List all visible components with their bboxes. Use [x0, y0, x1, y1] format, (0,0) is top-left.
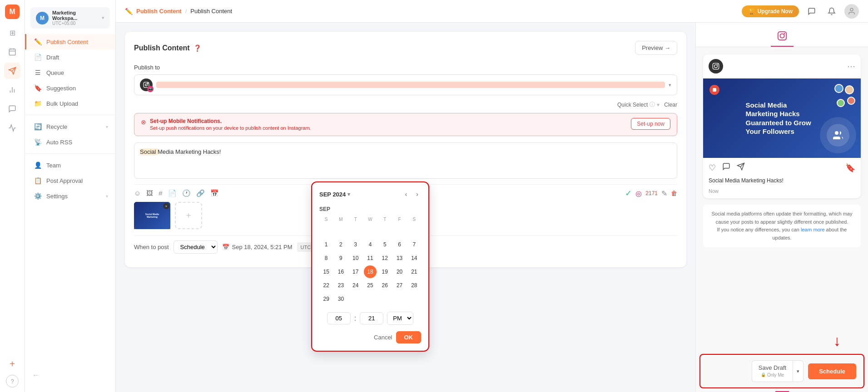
nav-item-suggestion[interactable]: 🔖 Suggestion: [25, 80, 115, 96]
cal-day-11[interactable]: 11: [364, 252, 377, 265]
preview-button[interactable]: Preview →: [635, 41, 677, 55]
nav-label-bulk-upload: Bulk Upload: [46, 100, 78, 107]
time-hour-input[interactable]: [327, 312, 351, 324]
ig-bookmark-icon[interactable]: 🔖: [845, 163, 855, 173]
nav-item-publish-content[interactable]: ✏️ Publish Content: [25, 34, 115, 49]
post-content-area[interactable]: Social Media Marketing Hacks!: [134, 142, 677, 179]
ig-more-icon[interactable]: ⋯: [847, 61, 855, 71]
preview-tab-instagram[interactable]: [771, 27, 794, 47]
toolbar-right: ✓ ◎ 2171 ✎ 🗑: [625, 188, 677, 198]
cal-day-4[interactable]: 4: [364, 238, 377, 251]
sidebar-item-home[interactable]: ⊞: [4, 24, 20, 41]
nav-item-recycle[interactable]: 🔄 Recycle ▾: [25, 119, 115, 134]
sidebar-item-reports[interactable]: [4, 120, 20, 136]
cal-day-6[interactable]: 6: [393, 238, 406, 251]
cal-day-26[interactable]: 26: [378, 279, 391, 292]
nav-item-queue[interactable]: ☰ Queue: [25, 65, 115, 80]
cal-day-9[interactable]: 9: [334, 252, 347, 265]
calendar-next-button[interactable]: ›: [413, 190, 421, 199]
schedule-button[interactable]: Schedule: [808, 363, 856, 379]
setup-now-button[interactable]: Set-up now: [631, 118, 670, 130]
cal-day-19[interactable]: 19: [378, 265, 391, 278]
cal-day-24[interactable]: 24: [349, 279, 362, 292]
cal-day-25[interactable]: 25: [364, 279, 377, 292]
user-avatar[interactable]: [844, 4, 859, 19]
messages-button[interactable]: [804, 4, 819, 19]
nav-item-post-approval[interactable]: 📋 Post Approval: [25, 173, 115, 188]
remove-image-button[interactable]: ×: [163, 203, 169, 209]
clock-icon[interactable]: 🕐: [182, 189, 191, 197]
link-icon[interactable]: 🔗: [196, 189, 205, 197]
cal-day-21[interactable]: 21: [408, 265, 421, 278]
hashtag-icon[interactable]: #: [159, 189, 162, 197]
delete-icon[interactable]: 🗑: [671, 190, 677, 197]
calendar-cancel-button[interactable]: Cancel: [374, 334, 392, 341]
ig-small-avatar-4: [837, 99, 845, 107]
settings-icon: ⚙️: [34, 192, 42, 200]
preview-learn-more-link[interactable]: learn more: [801, 227, 825, 232]
document-icon[interactable]: 📄: [168, 189, 177, 197]
sidebar-add-btn[interactable]: +: [4, 356, 20, 372]
cal-day-18[interactable]: 18: [364, 265, 377, 278]
cal-day-14[interactable]: 14: [408, 252, 421, 265]
cal-day-22[interactable]: 22: [320, 279, 332, 292]
sidebar-item-inbox[interactable]: [4, 101, 20, 117]
ig-like-icon[interactable]: ♡: [709, 163, 716, 173]
nav-item-bulk-upload[interactable]: 📁 Bulk Upload: [25, 96, 115, 111]
nav-item-settings[interactable]: ⚙️ Settings ▾: [25, 188, 115, 204]
notifications-button[interactable]: [824, 4, 839, 19]
cal-day-27[interactable]: 27: [393, 279, 406, 292]
save-draft-button[interactable]: Save Draft 🔒 Only Me: [752, 360, 793, 382]
app-logo[interactable]: M: [5, 5, 20, 19]
cal-day-15[interactable]: 15: [320, 265, 332, 278]
cal-day-2[interactable]: 2: [334, 238, 347, 251]
cal-day-20[interactable]: 20: [393, 265, 406, 278]
calendar-month-selector[interactable]: SEP 2024 ▾: [319, 191, 350, 198]
cal-day-7[interactable]: 7: [408, 238, 421, 251]
calendar-ok-button[interactable]: OK: [396, 331, 422, 343]
ig-share-icon[interactable]: [737, 162, 745, 173]
nav-item-auto-rss[interactable]: 📡 Auto RSS: [25, 134, 115, 150]
cal-day-3[interactable]: 3: [349, 238, 362, 251]
calendar-icon[interactable]: 📅: [210, 189, 219, 197]
cal-day-12[interactable]: 12: [378, 252, 391, 265]
cal-day-8[interactable]: 8: [320, 252, 332, 265]
cal-day-5[interactable]: 5: [378, 238, 391, 251]
save-draft-chevron-icon: ▾: [797, 368, 799, 374]
cal-day-28[interactable]: 28: [408, 279, 421, 292]
clear-button[interactable]: Clear: [664, 102, 677, 108]
save-draft-chevron-button[interactable]: ▾: [793, 360, 804, 382]
image-icon[interactable]: 🖼: [146, 189, 153, 197]
cal-day-30[interactable]: 30: [334, 293, 347, 305]
cal-day-13[interactable]: 13: [393, 252, 406, 265]
breadcrumb: ✏️ Publish Content / Publish Content: [125, 8, 232, 15]
account-selector[interactable]: 📷 ▾: [134, 74, 677, 95]
cal-day-10[interactable]: 10: [349, 252, 362, 265]
cal-day-23[interactable]: 23: [334, 279, 347, 292]
scheduled-date-text: Sep 18, 2024, 5:21 PM: [232, 244, 293, 250]
breadcrumb-parent[interactable]: Publish Content: [136, 8, 182, 15]
sidebar-item-calendar[interactable]: [4, 44, 20, 60]
cal-day-29[interactable]: 29: [320, 293, 332, 305]
ig-comment-icon[interactable]: [722, 162, 730, 173]
sidebar-item-publish[interactable]: [4, 63, 20, 79]
cal-day-1[interactable]: 1: [320, 238, 332, 251]
cal-day-17[interactable]: 17: [349, 265, 362, 278]
nav-item-draft[interactable]: 📄 Draft: [25, 49, 115, 65]
calendar-prev-button[interactable]: ‹: [402, 190, 410, 199]
cal-day-16[interactable]: 16: [334, 265, 347, 278]
publish-help-icon[interactable]: ❓: [193, 44, 201, 52]
schedule-dropdown[interactable]: Schedule: [174, 240, 218, 254]
edit-icon[interactable]: ✎: [661, 189, 667, 198]
nav-item-team[interactable]: 👤 Team: [25, 157, 115, 173]
emoji-icon[interactable]: ☺: [134, 189, 141, 197]
sidebar-help-btn[interactable]: ?: [6, 375, 19, 387]
quick-select-label[interactable]: Quick Select ⓘ ▾: [617, 101, 660, 108]
time-ampm-select[interactable]: PM AM: [387, 312, 413, 325]
workspace-selector[interactable]: M Marketing Workspa... UTC+05:00 ▾: [30, 7, 110, 29]
collapse-nav-btn[interactable]: ←: [25, 366, 115, 385]
add-image-button[interactable]: +: [175, 202, 202, 229]
sidebar-item-analytics[interactable]: [4, 82, 20, 98]
time-minute-input[interactable]: [360, 312, 383, 324]
upgrade-button[interactable]: 🏆 Upgrade Now: [742, 5, 799, 17]
